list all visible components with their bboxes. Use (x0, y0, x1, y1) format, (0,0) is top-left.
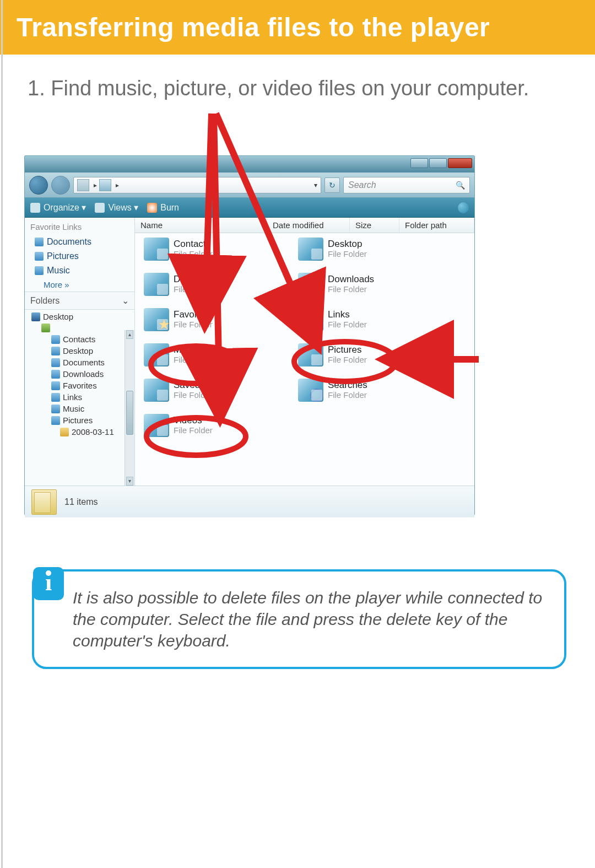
tree-computer[interactable] (29, 322, 132, 333)
tree-desktop2[interactable]: Desktop (29, 345, 132, 357)
folder-icon (144, 343, 169, 366)
refresh-button[interactable]: ↻ (324, 177, 340, 193)
item-count: 11 items (64, 497, 98, 507)
item-searches[interactable]: SearchesFile Folder (298, 379, 367, 402)
close-button[interactable] (448, 158, 472, 168)
folder-stack-icon (31, 489, 57, 515)
favlink-documents[interactable]: Documents (25, 235, 134, 249)
document-icon (35, 238, 44, 246)
item-videos[interactable]: VideosFile Folder (144, 414, 213, 437)
folder-icon (51, 335, 60, 344)
favlink-more[interactable]: More » (25, 278, 134, 292)
folder-icon (144, 414, 169, 437)
burn-icon (147, 203, 157, 213)
folder-icon (60, 428, 69, 436)
col-size[interactable]: Size (350, 218, 399, 233)
chevron-right-icon: ▸ (94, 181, 97, 189)
address-bar-row: ▸ ▸ ▾ ↻ Search 🔍 (25, 172, 474, 198)
maximize-button[interactable] (429, 158, 447, 168)
organize-icon (30, 203, 40, 213)
tree-documents[interactable]: Documents (29, 357, 132, 368)
item-contacts[interactable]: ContactsFile Folder (144, 238, 213, 261)
tree-music[interactable]: Music (29, 403, 132, 414)
favlink-music[interactable]: Music (25, 263, 134, 278)
tree-pictures[interactable]: Pictures (29, 414, 132, 426)
search-input[interactable]: Search 🔍 (343, 177, 470, 193)
explorer-window: ▸ ▸ ▾ ↻ Search 🔍 Organize ▾ Views ▾ Burn… (24, 155, 475, 517)
item-favorites[interactable]: FavoritesFile Folder (144, 308, 213, 331)
folder-icon (144, 273, 169, 296)
folder-icon (298, 238, 323, 261)
folder-icon (51, 416, 60, 425)
organize-button[interactable]: Organize ▾ (30, 202, 86, 213)
folder-icon (51, 393, 60, 402)
back-button[interactable] (29, 176, 48, 195)
window-titlebar[interactable] (25, 156, 474, 172)
folder-tree: Desktop Contacts Desktop Documents Downl… (25, 310, 134, 440)
info-callout: ı It is also possible to delete files on… (32, 569, 566, 669)
picture-icon (35, 252, 44, 261)
info-icon: ı (33, 567, 64, 600)
forward-button[interactable] (51, 176, 70, 195)
help-button[interactable] (458, 202, 469, 213)
folder-icon (51, 370, 60, 379)
tree-desktop[interactable]: Desktop (29, 311, 132, 322)
tree-favorites[interactable]: Favorites (29, 380, 132, 391)
scroll-down-icon[interactable]: ▾ (126, 477, 133, 486)
item-pictures[interactable]: PicturesFile Folder (298, 343, 367, 366)
scroll-thumb[interactable] (126, 391, 133, 435)
burn-button[interactable]: Burn (147, 203, 179, 213)
breadcrumb[interactable]: ▸ ▸ ▾ (73, 177, 321, 193)
folder-icon (144, 308, 169, 331)
folder-icon (298, 343, 323, 366)
computer-icon (41, 324, 50, 332)
info-text: It is also possible to delete files on t… (73, 587, 548, 651)
scroll-up-icon[interactable]: ▴ (126, 330, 133, 339)
item-links[interactable]: LinksFile Folder (298, 308, 367, 331)
desktop-icon (31, 312, 40, 321)
views-button[interactable]: Views ▾ (95, 202, 138, 213)
folder-icon (51, 347, 60, 355)
explorer-toolbar: Organize ▾ Views ▾ Burn (25, 198, 474, 218)
navigation-pane: Favorite Links Documents Pictures Music … (25, 218, 135, 486)
music-icon (35, 266, 44, 275)
minimize-button[interactable] (410, 158, 428, 168)
file-list-pane: Name Date modified Size Folder path Cont… (135, 218, 474, 486)
chevron-right-icon: ▸ (116, 181, 119, 189)
folder-icon (298, 379, 323, 402)
item-desktop[interactable]: DesktopFile Folder (298, 238, 367, 261)
col-date[interactable]: Date modified (267, 218, 350, 233)
search-icon: 🔍 (456, 181, 465, 190)
item-documents[interactable]: DocumentsFile Folder (144, 273, 221, 296)
item-music[interactable]: MusicFile Folder (144, 343, 213, 366)
folder-icon (51, 381, 60, 390)
folder-icon (144, 238, 169, 261)
tree-downloads[interactable]: Downloads (29, 368, 132, 380)
details-pane: 11 items (25, 486, 474, 517)
folder-icon (144, 379, 169, 402)
favorite-links-header: Favorite Links (25, 218, 134, 235)
item-savedgames[interactable]: Saved GamesFile Folder (144, 379, 233, 402)
col-name[interactable]: Name (135, 218, 267, 233)
chevron-down-icon: ⌄ (122, 295, 129, 306)
nav-scrollbar[interactable]: ▴ ▾ (125, 330, 134, 486)
chevron-down-icon[interactable]: ▾ (314, 181, 317, 189)
folder-icon (298, 273, 323, 296)
col-path[interactable]: Folder path (399, 218, 474, 233)
views-icon (95, 203, 105, 213)
item-downloads[interactable]: DownloadsFile Folder (298, 273, 374, 296)
breadcrumb-user-icon (99, 179, 111, 191)
column-headers: Name Date modified Size Folder path (135, 218, 474, 233)
tree-links[interactable]: Links (29, 391, 132, 403)
breadcrumb-root-icon (77, 179, 89, 191)
tree-datefolder[interactable]: 2008-03-11 (29, 426, 132, 438)
folder-icon (298, 308, 323, 331)
folder-icon (51, 405, 60, 413)
tree-contacts[interactable]: Contacts (29, 333, 132, 345)
search-placeholder: Search (348, 180, 376, 190)
folder-icon (51, 358, 60, 367)
favlink-pictures[interactable]: Pictures (25, 249, 134, 263)
folders-header[interactable]: Folders⌄ (25, 292, 134, 310)
